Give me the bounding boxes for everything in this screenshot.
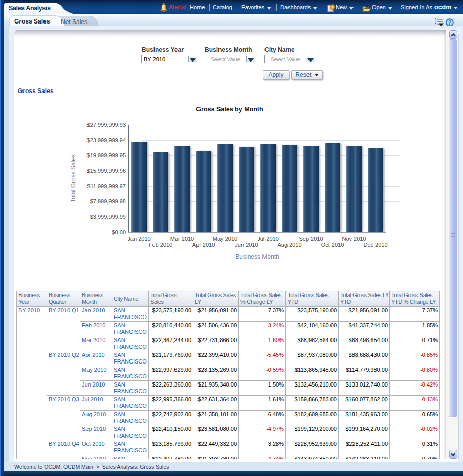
svg-text:?: ?	[448, 19, 451, 26]
